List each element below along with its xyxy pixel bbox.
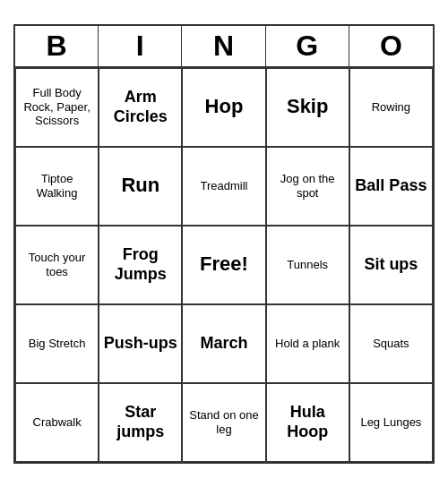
grid-cell-2-0: Touch your toes xyxy=(15,226,99,304)
grid-cell-2-3: Tunnels xyxy=(266,226,349,304)
grid-cell-2-2: Free! xyxy=(182,226,265,304)
grid-cell-3-1: Push-ups xyxy=(99,304,182,383)
grid-cell-0-4: Rowing xyxy=(349,68,433,147)
grid-cell-3-4: Squats xyxy=(349,304,433,383)
grid-cell-1-3: Jog on the spot xyxy=(266,147,349,226)
grid-cell-3-0: Big Stretch xyxy=(15,304,99,383)
grid-cell-3-3: Hold a plank xyxy=(266,304,349,383)
grid-cell-0-3: Skip xyxy=(266,68,349,147)
bingo-card: BINGO Full Body Rock, Paper, ScissorsArm… xyxy=(13,24,435,464)
bingo-header: BINGO xyxy=(15,26,433,66)
header-letter: G xyxy=(266,26,349,66)
grid-cell-0-1: Arm Circles xyxy=(99,68,182,147)
grid-cell-1-0: Tiptoe Walking xyxy=(15,147,99,226)
bingo-grid: Full Body Rock, Paper, ScissorsArm Circl… xyxy=(15,66,433,462)
header-letter: N xyxy=(182,26,265,66)
grid-cell-4-3: Hula Hoop xyxy=(266,383,349,462)
grid-cell-4-0: Crabwalk xyxy=(15,383,99,462)
grid-cell-3-2: March xyxy=(182,304,265,383)
grid-cell-2-4: Sit ups xyxy=(349,226,433,304)
grid-cell-4-1: Star jumps xyxy=(99,383,182,462)
grid-cell-4-2: Stand on one leg xyxy=(182,383,265,462)
grid-cell-0-2: Hop xyxy=(182,68,265,147)
header-letter: I xyxy=(99,26,182,66)
grid-cell-4-4: Leg Lunges xyxy=(349,383,433,462)
grid-cell-2-1: Frog Jumps xyxy=(99,226,182,304)
grid-cell-1-4: Ball Pass xyxy=(349,147,433,226)
grid-cell-1-2: Treadmill xyxy=(182,147,265,226)
grid-cell-1-1: Run xyxy=(99,147,182,226)
header-letter: O xyxy=(349,26,433,66)
header-letter: B xyxy=(15,26,99,66)
grid-cell-0-0: Full Body Rock, Paper, Scissors xyxy=(15,68,99,147)
